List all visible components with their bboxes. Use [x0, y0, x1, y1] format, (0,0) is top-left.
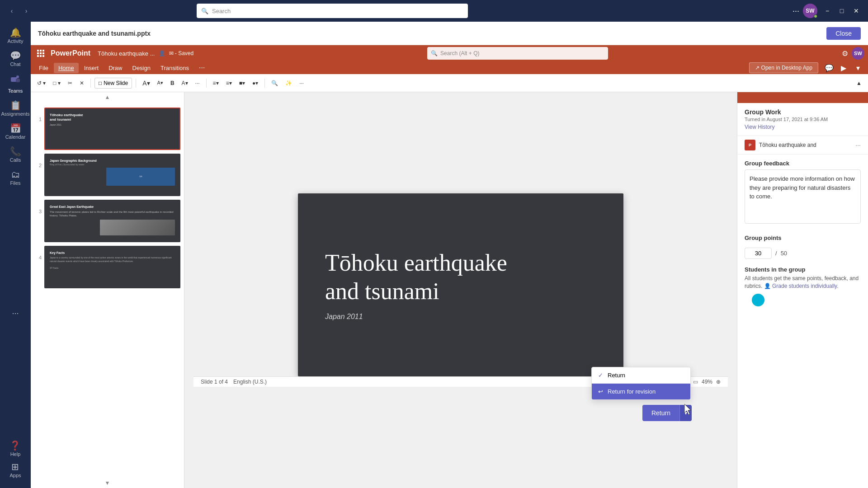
separator-1 [90, 79, 91, 88]
sidebar-item-activity[interactable]: 🔔 Activity [0, 25, 31, 47]
menu-design[interactable]: Design [128, 63, 155, 73]
present-icon[interactable]: ▶ [837, 61, 850, 74]
calls-icon: 📞 [10, 147, 21, 156]
format-painter[interactable]: ✂ [65, 79, 75, 88]
bullet-list[interactable]: ≡▾ [210, 79, 222, 88]
ppt-user-icon: 👤 [159, 50, 165, 56]
sidebar-item-calls[interactable]: 📞 Calls [0, 144, 31, 165]
ppt-menu-bar: File Home Insert Draw Design Transitions… [31, 61, 868, 74]
students-section: Students in the group All students get t… [737, 263, 868, 312]
view-slide-sorter[interactable]: ⊞ [685, 379, 689, 385]
number-list[interactable]: ≡▾ [223, 79, 235, 88]
slide-2-thumb[interactable]: Japan Geographic Background Ring of Fire… [44, 154, 180, 196]
menu-more[interactable]: ··· [194, 62, 209, 74]
slide-1-thumb[interactable]: Tōhoku earthquakeand tsunami Japan 2011 [44, 108, 180, 150]
comment-icon[interactable]: 💬 [823, 61, 835, 74]
sidebar-item-files[interactable]: 🗂 Files [0, 167, 31, 188]
slide-1-row[interactable]: 1 Tōhoku earthquakeand tsunami Japan 201… [31, 106, 184, 152]
slide-4-row[interactable]: 4 Key Facts Japan is a country surrounde… [31, 244, 184, 290]
sidebar-item-calendar[interactable]: 📅 Calendar [0, 121, 31, 142]
zoom-level: 49% [702, 379, 712, 385]
font-size-down[interactable]: A▾ [155, 79, 166, 87]
title-line1: Tōhoku earthquake [325, 250, 507, 276]
teams-icon [10, 74, 21, 87]
format-bar: ↺ ▾ □ ▾ ✂ ✕ □ New Slide A▾ A▾ B A▾ ··· ≡… [31, 74, 868, 92]
notes-label[interactable]: Notes [659, 379, 673, 385]
font-size-up[interactable]: A▾ [140, 78, 152, 88]
redo-button[interactable]: □ ▾ [50, 79, 63, 88]
slide-3-row[interactable]: 3 Great East Japan Earthquake The moveme… [31, 198, 184, 244]
more-options-icon[interactable]: ··· [793, 6, 799, 16]
main-layout: 🔔 Activity 💬 Chat Teams 📋 Assignments 📅 … [0, 22, 868, 488]
shape-fill[interactable]: ●▾ [250, 79, 261, 88]
user-avatar[interactable]: SW [803, 4, 817, 18]
bold-button[interactable]: B [168, 79, 177, 88]
view-normal[interactable]: ▣ [676, 379, 681, 385]
delete-button[interactable]: ✕ [77, 79, 87, 88]
slide-4-num: 4 [34, 246, 42, 260]
search-bar[interactable]: 🔍 Search [197, 4, 468, 18]
search-button[interactable]: 🔍 [269, 79, 281, 88]
svg-rect-3 [37, 50, 39, 52]
separator-3 [206, 79, 207, 88]
magic-button[interactable]: ✨ [283, 79, 295, 88]
grade-individual-link[interactable]: Grade students individually. [772, 283, 839, 289]
more-apps-button[interactable]: ··· [8, 305, 22, 322]
sidebar-item-assignments[interactable]: 📋 Assignments [0, 98, 31, 119]
students-desc: All students get the same points, feedba… [745, 275, 861, 290]
slide-3-title: Great East Japan Earthquake [50, 205, 175, 208]
collapse-toolbar[interactable]: ▲ [854, 79, 864, 88]
svg-rect-4 [40, 50, 42, 52]
close-window-button[interactable]: ✕ [850, 5, 863, 17]
sidebar-label-teams: Teams [8, 88, 23, 94]
slide-2-row[interactable]: 2 Japan Geographic Background Ring of Fi… [31, 152, 184, 198]
minimize-button[interactable]: − [821, 5, 834, 17]
file-more-button[interactable]: ··· [855, 141, 861, 149]
new-slide-button[interactable]: □ New Slide [94, 78, 132, 89]
menu-file[interactable]: File [34, 63, 53, 73]
svg-rect-9 [37, 55, 39, 57]
close-button[interactable]: Close [826, 27, 861, 40]
sidebar-item-help[interactable]: ❓ Help [9, 438, 21, 460]
status-bar: Slide 1 of 4 English (U.S.) Help Improve… [193, 376, 728, 387]
slide-2-num: 2 [34, 154, 42, 168]
align[interactable]: ■▾ [236, 79, 248, 88]
points-input[interactable] [745, 248, 772, 259]
undo-button[interactable]: ↺ ▾ [34, 79, 48, 88]
slide-2-title: Japan Geographic Background [50, 159, 175, 162]
group-work-title: Group Work [745, 108, 861, 116]
grid-menu-button[interactable] [34, 47, 47, 60]
title-bar-right: ··· SW − □ ✕ [793, 4, 863, 18]
view-reading[interactable]: ▭ [693, 379, 698, 385]
menu-transitions[interactable]: Transitions [156, 63, 193, 73]
present-dropdown[interactable]: ▾ [852, 61, 864, 74]
feedback-text[interactable]: Please provide more information on how t… [745, 169, 861, 224]
menu-insert[interactable]: Insert [80, 63, 104, 73]
slide-4-thumb[interactable]: Key Facts Japan is a country surrounded … [44, 246, 180, 288]
file-icon: P [745, 140, 755, 150]
slide-scroll[interactable]: 1 Tōhoku earthquakeand tsunami Japan 201… [31, 102, 184, 478]
view-history-link[interactable]: View History [745, 124, 861, 130]
sidebar-item-apps[interactable]: ⊞ Apps [9, 460, 21, 481]
settings-icon[interactable]: ⚙ [842, 49, 848, 58]
maximize-button[interactable]: □ [835, 5, 848, 17]
open-desktop-button[interactable]: ↗ Open in Desktop App [749, 62, 818, 73]
sidebar-item-chat[interactable]: 💬 Chat [0, 48, 31, 70]
ppt-user-avatar[interactable]: SW [852, 47, 864, 60]
menu-draw[interactable]: Draw [104, 63, 127, 73]
menu-home[interactable]: Home [54, 63, 79, 73]
back-button[interactable]: ‹ [5, 5, 18, 17]
font-color-button[interactable]: A▾ [179, 79, 191, 88]
forward-button[interactable]: › [20, 5, 33, 17]
slide-3-thumb[interactable]: Great East Japan Earthquake The movement… [44, 200, 180, 242]
scroll-down[interactable]: ▼ [31, 478, 184, 488]
notes-icon: 📝 [648, 379, 655, 385]
sidebar-label-help: Help [10, 451, 21, 457]
more-tools[interactable]: ··· [297, 79, 307, 88]
sidebar-label-calls: Calls [10, 157, 21, 163]
zoom-fit[interactable]: ⊕ [716, 379, 721, 385]
ppt-search[interactable]: 🔍 Search (Alt + Q) [427, 47, 608, 60]
sidebar-item-teams[interactable]: Teams [0, 71, 31, 96]
more-format[interactable]: ··· [193, 79, 203, 88]
scroll-up[interactable]: ▲ [31, 92, 184, 102]
